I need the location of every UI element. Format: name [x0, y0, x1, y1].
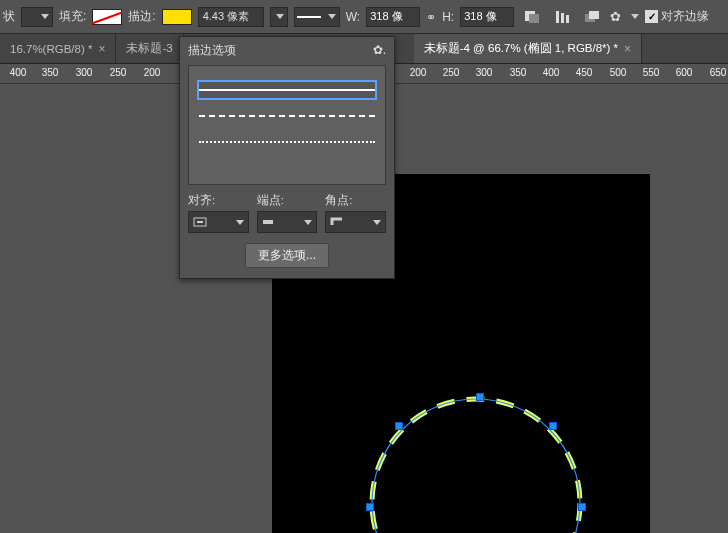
- ruler-tick: 400: [536, 67, 566, 78]
- check-icon: ✓: [645, 10, 658, 23]
- stroke-options-popover: 描边选项 ✿. 对齐: 端点: 角点:: [179, 36, 395, 279]
- tab-title: 未标题-4 @ 66.7% (椭圆 1, RGB/8*) *: [424, 41, 618, 56]
- tab-title: 16.7%(RGB/8) *: [10, 43, 92, 55]
- stroke-align-select[interactable]: [188, 211, 249, 233]
- stroke-align-label: 对齐:: [188, 193, 249, 208]
- ruler-tick: 250: [103, 67, 133, 78]
- tab-title: 未标题-3: [126, 41, 172, 56]
- shape-mode-dropdown[interactable]: [21, 7, 53, 27]
- shape-mode-label: 状: [3, 8, 15, 25]
- more-options-button[interactable]: 更多选项...: [245, 243, 329, 268]
- ruler-tick: 250: [436, 67, 466, 78]
- document-tab[interactable]: 16.7%(RGB/8) * ×: [0, 34, 116, 63]
- ruler-tick: 450: [569, 67, 599, 78]
- svg-rect-1: [529, 14, 539, 23]
- corner-miter-icon: [330, 216, 344, 228]
- fill-label: 填充:: [59, 8, 86, 25]
- stroke-style-dropdown[interactable]: [294, 7, 340, 27]
- ruler-tick: 350: [503, 67, 533, 78]
- svg-rect-6: [589, 11, 599, 19]
- document-tab-active[interactable]: 未标题-4 @ 66.7% (椭圆 1, RGB/8*) * ×: [414, 34, 642, 63]
- stroke-label: 描边:: [128, 8, 155, 25]
- stroke-width-dropdown[interactable]: [270, 7, 288, 27]
- fill-swatch-none[interactable]: [92, 9, 122, 25]
- stroke-width-input[interactable]: [198, 7, 264, 27]
- height-input[interactable]: [460, 7, 514, 27]
- ruler-tick: 300: [469, 67, 499, 78]
- link-wh-icon[interactable]: ⚭: [426, 10, 436, 24]
- ruler-tick: 400: [3, 67, 33, 78]
- document-tab[interactable]: 未标题-3: [116, 34, 183, 63]
- align-edges-checkbox[interactable]: ✓ 对齐边缘: [645, 8, 709, 25]
- svg-point-7: [372, 399, 580, 533]
- svg-rect-2: [556, 11, 559, 23]
- path-ops-button[interactable]: [520, 6, 544, 28]
- arrange-button[interactable]: [580, 6, 604, 28]
- ruler-tick: 550: [636, 67, 666, 78]
- stroke-swatch[interactable]: [162, 9, 192, 25]
- svg-rect-3: [561, 13, 564, 23]
- stroke-corners-select[interactable]: [325, 211, 386, 233]
- ruler-tick: 350: [35, 67, 65, 78]
- stroke-corners-label: 角点:: [325, 193, 386, 208]
- width-label: W:: [346, 10, 360, 24]
- ellipse-shape-selected[interactable]: [370, 397, 582, 533]
- width-input[interactable]: [366, 7, 420, 27]
- stroke-caps-select[interactable]: [257, 211, 318, 233]
- popover-gear-icon[interactable]: ✿.: [373, 43, 386, 57]
- popover-title: 描边选项: [188, 42, 236, 59]
- ruler-tick: 200: [403, 67, 433, 78]
- ruler-tick: 650: [703, 67, 728, 78]
- stroke-preset-dotted[interactable]: [197, 132, 377, 152]
- svg-rect-10: [197, 221, 203, 223]
- shape-options-bar: 状 填充: 描边: W: ⚭ H: ✿ ✓ 对齐边缘: [0, 0, 728, 34]
- cap-butt-icon: [262, 216, 276, 228]
- stroke-presets-list: [188, 65, 386, 185]
- align-button[interactable]: [550, 6, 574, 28]
- stroke-preset-dashed[interactable]: [197, 106, 377, 126]
- ruler-tick: 600: [669, 67, 699, 78]
- svg-point-8: [372, 399, 580, 533]
- ruler-tick: 200: [137, 67, 167, 78]
- ruler-tick: 300: [69, 67, 99, 78]
- align-center-icon: [193, 216, 207, 228]
- svg-rect-4: [566, 15, 569, 23]
- ruler-tick: 500: [603, 67, 633, 78]
- gear-dropdown-chevron[interactable]: [631, 14, 639, 19]
- gear-icon[interactable]: ✿: [610, 9, 621, 24]
- close-icon[interactable]: ×: [98, 42, 105, 56]
- align-edges-label: 对齐边缘: [661, 8, 709, 25]
- stroke-caps-label: 端点:: [257, 193, 318, 208]
- svg-rect-11: [263, 220, 273, 224]
- close-icon[interactable]: ×: [624, 42, 631, 56]
- stroke-preset-solid[interactable]: [197, 80, 377, 100]
- height-label: H:: [442, 10, 454, 24]
